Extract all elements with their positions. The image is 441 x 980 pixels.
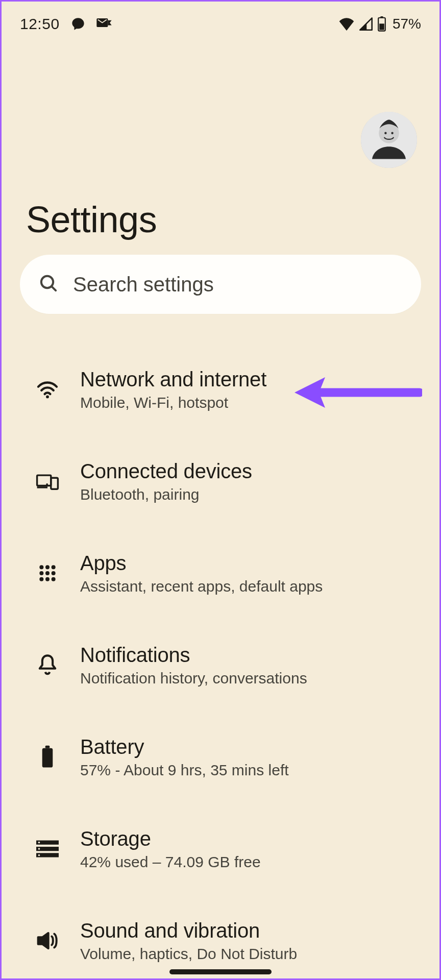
- setting-title: Connected devices: [80, 460, 252, 483]
- svg-point-20: [39, 577, 43, 581]
- svg-rect-24: [42, 748, 53, 768]
- setting-title: Sound and vibration: [80, 919, 297, 942]
- profile-avatar[interactable]: [361, 112, 417, 168]
- bell-icon: [35, 653, 60, 677]
- chat-icon: [71, 17, 85, 31]
- svg-point-22: [52, 577, 56, 581]
- setting-subtitle: 42% used – 74.09 GB free: [80, 853, 261, 871]
- search-bar[interactable]: Search settings: [20, 255, 421, 314]
- signal-icon: [359, 17, 373, 31]
- settings-list: Network and internet Mobile, Wi-Fi, hots…: [2, 344, 439, 980]
- svg-rect-23: [45, 746, 50, 748]
- svg-rect-11: [37, 475, 51, 485]
- setting-title: Network and internet: [80, 368, 266, 391]
- svg-point-16: [52, 565, 56, 569]
- setting-subtitle: Bluetooth, pairing: [80, 486, 252, 503]
- devices-icon: [35, 469, 60, 494]
- search-placeholder: Search settings: [73, 273, 214, 296]
- apps-icon: [35, 561, 60, 585]
- svg-point-18: [45, 571, 50, 575]
- setting-item-storage[interactable]: Storage 42% used – 74.09 GB free: [2, 803, 439, 895]
- setting-item-apps[interactable]: Apps Assistant, recent apps, default app…: [2, 527, 439, 619]
- svg-rect-3: [379, 23, 384, 30]
- svg-point-14: [39, 565, 43, 569]
- setting-subtitle: Assistant, recent apps, default apps: [80, 578, 323, 595]
- setting-subtitle: Volume, haptics, Do Not Disturb: [80, 945, 297, 963]
- svg-point-6: [384, 132, 386, 134]
- setting-subtitle: Notification history, conversations: [80, 670, 307, 687]
- svg-point-19: [52, 571, 56, 575]
- wifi-status-icon: [338, 17, 355, 31]
- setting-item-sound[interactable]: Sound and vibration Volume, haptics, Do …: [2, 895, 439, 980]
- setting-item-notifications[interactable]: Notifications Notification history, conv…: [2, 619, 439, 711]
- setting-item-battery[interactable]: Battery 57% - About 9 hrs, 35 mins left: [2, 711, 439, 803]
- setting-title: Notifications: [80, 644, 307, 667]
- storage-icon: [35, 837, 60, 861]
- svg-point-21: [45, 577, 50, 581]
- nav-handle[interactable]: [169, 969, 272, 974]
- setting-title: Storage: [80, 827, 261, 850]
- svg-point-17: [39, 571, 43, 575]
- setting-subtitle: 57% - About 9 hrs, 35 mins left: [80, 762, 289, 779]
- search-icon: [38, 273, 59, 296]
- battery-status-icon: [377, 16, 386, 32]
- svg-point-30: [38, 854, 40, 856]
- volume-icon: [35, 928, 60, 953]
- svg-point-13: [46, 483, 48, 485]
- battery-percentage: 57%: [393, 16, 421, 32]
- svg-point-10: [46, 396, 49, 399]
- mail-icon: [96, 18, 112, 30]
- battery-icon: [35, 745, 60, 769]
- svg-point-7: [391, 132, 393, 134]
- svg-rect-12: [51, 478, 58, 489]
- svg-point-28: [38, 842, 40, 844]
- setting-item-connected-devices[interactable]: Connected devices Bluetooth, pairing: [2, 435, 439, 527]
- setting-title: Battery: [80, 736, 289, 758]
- status-time: 12:50: [20, 15, 60, 33]
- status-bar: 12:50 57%: [2, 2, 439, 40]
- setting-subtitle: Mobile, Wi-Fi, hotspot: [80, 394, 266, 411]
- wifi-icon: [35, 377, 60, 402]
- svg-point-29: [38, 848, 40, 850]
- setting-title: Apps: [80, 552, 323, 575]
- page-title: Settings: [26, 199, 157, 240]
- setting-item-network[interactable]: Network and internet Mobile, Wi-Fi, hots…: [2, 344, 439, 435]
- svg-line-9: [52, 286, 56, 290]
- svg-point-15: [45, 565, 50, 569]
